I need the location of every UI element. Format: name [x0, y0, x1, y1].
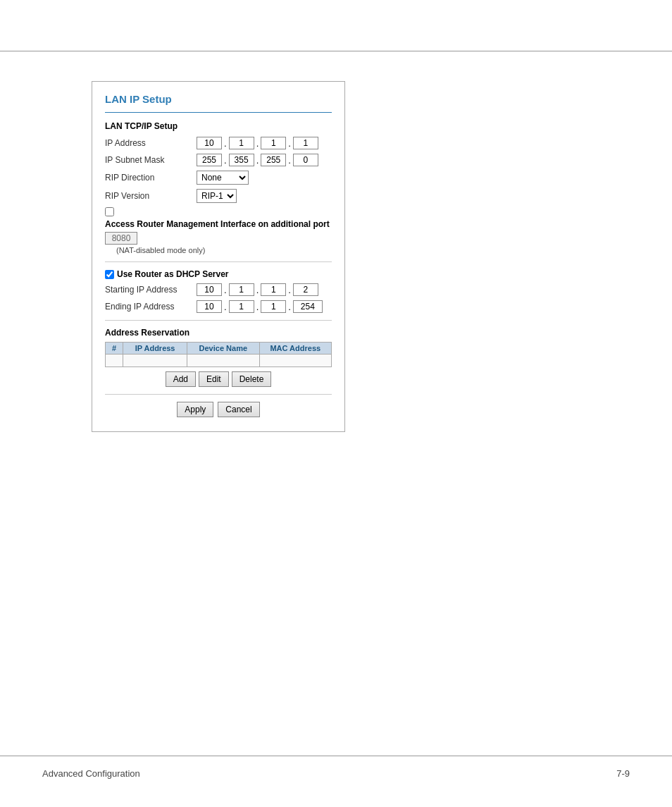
subnet-mask-row: IP Subnet Mask . . . — [105, 154, 332, 166]
dhcp-label: Use Router as DHCP Server — [117, 269, 229, 279]
starting-ip-row: Starting IP Address . . . — [105, 283, 332, 296]
address-reservation-title: Address Reservation — [105, 328, 332, 338]
lan-tcpip-section-title: LAN TCP/IP Setup — [105, 121, 332, 131]
rip-direction-label: RIP Direction — [105, 173, 197, 183]
reservation-buttons: Add Edit Delete — [105, 371, 332, 387]
ip-octet-2[interactable] — [229, 137, 254, 149]
ip-dot-3: . — [287, 138, 292, 149]
end-octet-4[interactable] — [293, 300, 323, 313]
table-header-ip: IP Address — [123, 343, 187, 355]
reservation-table: # IP Address Device Name MAC Address — [105, 342, 332, 367]
start-octet-3[interactable] — [261, 283, 286, 296]
add-button[interactable]: Add — [166, 371, 196, 387]
edit-button[interactable]: Edit — [199, 371, 229, 387]
end-dot-3: . — [287, 302, 292, 312]
delete-button[interactable]: Delete — [232, 371, 272, 387]
subnet-mask-label: IP Subnet Mask — [105, 155, 197, 165]
start-dot-3: . — [287, 285, 292, 295]
nat-note: (NAT-disabled mode only) — [116, 246, 332, 254]
access-router-row: Access Router Management Interface on ad… — [105, 207, 332, 245]
rip-version-select[interactable]: RIP-1 RIP-2 Both — [197, 189, 237, 203]
start-octet-2[interactable] — [229, 283, 254, 296]
ending-ip-label: Ending IP Address — [105, 302, 197, 312]
section-divider-2 — [105, 320, 332, 321]
ending-ip-fields: . . . — [197, 300, 323, 313]
rip-version-row: RIP Version RIP-1 RIP-2 Both — [105, 189, 332, 203]
section-divider-1 — [105, 261, 332, 262]
starting-ip-label: Starting IP Address — [105, 285, 197, 295]
start-dot-1: . — [223, 285, 228, 295]
subnet-octet-1[interactable] — [197, 154, 222, 166]
ip-address-label: IP Address — [105, 138, 197, 148]
subnet-mask-fields: . . . — [197, 154, 318, 166]
ip-address-fields: . . . — [197, 137, 318, 149]
end-octet-2[interactable] — [229, 300, 254, 313]
ip-octet-3[interactable] — [261, 137, 286, 149]
subnet-octet-4[interactable] — [293, 154, 318, 166]
table-header-device: Device Name — [187, 343, 259, 355]
end-octet-3[interactable] — [261, 300, 286, 313]
dhcp-checkbox[interactable] — [105, 270, 114, 279]
start-octet-4[interactable] — [293, 283, 318, 296]
ip-dot-1: . — [223, 138, 228, 149]
apply-cancel-row: Apply Cancel — [105, 402, 332, 417]
dhcp-checkbox-row: Use Router as DHCP Server — [105, 269, 332, 279]
ending-ip-row: Ending IP Address . . . — [105, 300, 332, 313]
subnet-dot-3: . — [287, 155, 292, 166]
cancel-button[interactable]: Cancel — [218, 402, 259, 417]
table-header-hash: # — [106, 343, 123, 355]
section-divider-3 — [105, 394, 332, 395]
ip-dot-2: . — [256, 138, 260, 149]
rip-version-label: RIP Version — [105, 191, 197, 201]
start-octet-1[interactable] — [197, 283, 222, 296]
end-dot-1: . — [223, 302, 228, 312]
subnet-dot-2: . — [256, 155, 260, 166]
access-router-label: Access Router Management Interface on ad… — [105, 219, 330, 229]
table-header-mac: MAC Address — [259, 343, 331, 355]
footer-right-text: 7-9 — [616, 768, 630, 779]
rip-direction-select[interactable]: None Both In Only Out Only — [197, 171, 249, 185]
ip-octet-1[interactable] — [197, 137, 222, 149]
ip-address-row: IP Address . . . — [105, 137, 332, 149]
bottom-rule — [0, 756, 672, 756]
panel-title: LAN IP Setup — [105, 93, 332, 105]
table-row-empty — [106, 355, 332, 367]
access-router-port[interactable] — [105, 232, 137, 245]
panel-divider — [105, 112, 332, 113]
subnet-octet-2[interactable] — [229, 154, 254, 166]
apply-button[interactable]: Apply — [177, 402, 213, 417]
top-rule — [0, 51, 672, 51]
subnet-dot-1: . — [223, 155, 228, 166]
footer-left-text: Advanced Configuration — [42, 768, 140, 779]
start-dot-2: . — [256, 285, 260, 295]
subnet-octet-3[interactable] — [261, 154, 286, 166]
ip-octet-4[interactable] — [293, 137, 318, 149]
rip-direction-row: RIP Direction None Both In Only Out Only — [105, 171, 332, 185]
end-octet-1[interactable] — [197, 300, 222, 313]
starting-ip-fields: . . . — [197, 283, 318, 296]
access-router-checkbox[interactable] — [105, 207, 114, 216]
end-dot-2: . — [256, 302, 260, 312]
main-panel: LAN IP Setup LAN TCP/IP Setup IP Address… — [92, 81, 345, 432]
